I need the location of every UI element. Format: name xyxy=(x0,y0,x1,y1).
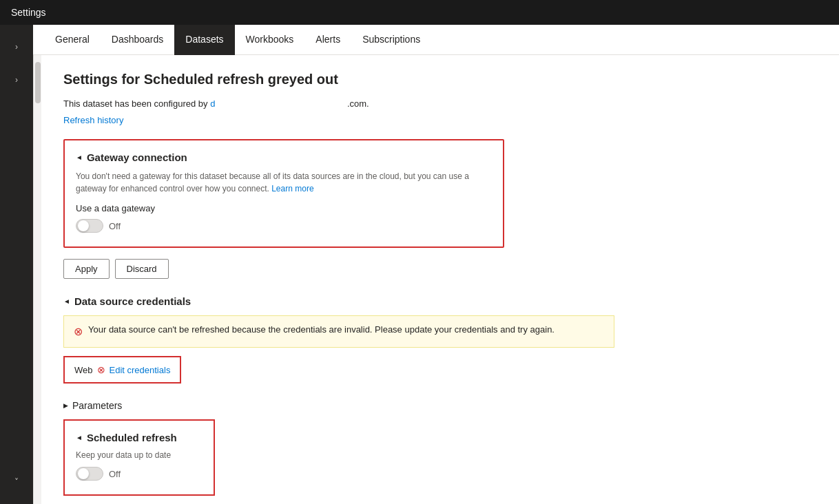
main-layout: › › ˅ General Dashboards Datasets Workbo… xyxy=(0,25,839,504)
gateway-connection-section: ◄ Gateway connection You don't need a ga… xyxy=(63,139,504,248)
scheduled-toggle-knob xyxy=(78,468,89,479)
app-title: Settings xyxy=(11,7,46,18)
web-credentials-row[interactable]: Web ⊗ Edit credentials xyxy=(63,356,181,384)
chevron-right-icon-2: › xyxy=(15,75,18,85)
tab-dashboards[interactable]: Dashboards xyxy=(101,25,175,55)
page-content: Settings for Scheduled refresh greyed ou… xyxy=(33,55,839,504)
settings-panel: Settings for Scheduled refresh greyed ou… xyxy=(41,55,839,504)
sidebar-item-2[interactable]: › xyxy=(0,63,33,96)
scheduled-refresh-header[interactable]: ◄ Scheduled refresh xyxy=(76,432,203,443)
scheduled-subdesc: Keep your data up to date xyxy=(76,450,203,460)
warning-banner: ⊗ Your data source can't be refreshed be… xyxy=(63,315,614,348)
tab-subscriptions[interactable]: Subscriptions xyxy=(351,25,431,55)
sidebar-item-1[interactable]: › xyxy=(0,30,33,63)
discard-button[interactable]: Discard xyxy=(115,259,169,279)
scheduled-toggle-icon: ◄ xyxy=(76,434,83,441)
action-buttons: Apply Discard xyxy=(63,259,817,279)
edit-credentials-link[interactable]: Edit credentials xyxy=(110,365,171,375)
parameters-header[interactable]: ▶ Parameters xyxy=(63,400,614,411)
tab-bar: General Dashboards Datasets Workbooks Al… xyxy=(33,25,839,55)
sidebar: › › ˅ xyxy=(0,25,33,504)
refresh-history-link[interactable]: Refresh history xyxy=(63,115,123,125)
top-bar: Settings xyxy=(0,0,839,25)
dataset-info: This dataset has been configured by d .c… xyxy=(63,98,817,109)
chevron-down-icon: ˅ xyxy=(14,477,19,487)
use-gateway-label: Use a data gateway xyxy=(76,203,492,213)
gateway-toggle-icon: ◄ xyxy=(76,154,83,161)
scrollbar-thumb[interactable] xyxy=(35,62,41,103)
parameters-toggle-icon: ▶ xyxy=(63,402,68,409)
warning-text: Your data source can't be refreshed beca… xyxy=(88,323,555,337)
scrollbar-track[interactable] xyxy=(33,55,41,504)
tab-alerts[interactable]: Alerts xyxy=(304,25,351,55)
gateway-toggle-switch[interactable] xyxy=(76,219,103,233)
web-label: Web xyxy=(74,365,93,375)
data-source-credentials-header[interactable]: ◄ Data source credentials xyxy=(63,295,614,307)
gateway-connection-desc: You don't need a gateway for this datase… xyxy=(76,170,492,195)
dataset-info-prefix: This dataset has been configured by xyxy=(63,98,210,109)
chevron-right-icon-1: › xyxy=(15,42,18,52)
learn-more-link[interactable]: Learn more xyxy=(271,184,313,193)
parameters-section: ▶ Parameters xyxy=(63,400,614,411)
page-title: Settings for Scheduled refresh greyed ou… xyxy=(63,72,817,87)
content-area: General Dashboards Datasets Workbooks Al… xyxy=(33,25,839,504)
sidebar-item-3[interactable]: ˅ xyxy=(0,465,33,498)
dataset-info-suffix xyxy=(215,98,346,109)
scheduled-refresh-section: ◄ Scheduled refresh Keep your data up to… xyxy=(63,419,215,496)
gateway-toggle-row: Off xyxy=(76,219,492,233)
credentials-error-icon: ⊗ xyxy=(97,364,105,375)
toggle-knob xyxy=(78,220,89,231)
tab-datasets[interactable]: Datasets xyxy=(174,25,234,55)
tab-general[interactable]: General xyxy=(44,25,101,55)
scheduled-toggle-row: Off xyxy=(76,467,203,481)
warning-circle-icon: ⊗ xyxy=(74,324,83,340)
scheduled-off-label: Off xyxy=(109,469,121,479)
toggle-off-label: Off xyxy=(109,221,121,231)
credentials-toggle-icon: ◄ xyxy=(63,297,70,305)
apply-button[interactable]: Apply xyxy=(63,259,110,279)
scheduled-toggle-switch[interactable] xyxy=(76,467,103,481)
gateway-connection-header[interactable]: ◄ Gateway connection xyxy=(76,151,492,163)
data-source-credentials-section: ◄ Data source credentials ⊗ Your data so… xyxy=(63,295,614,392)
tab-workbooks[interactable]: Workbooks xyxy=(235,25,305,55)
